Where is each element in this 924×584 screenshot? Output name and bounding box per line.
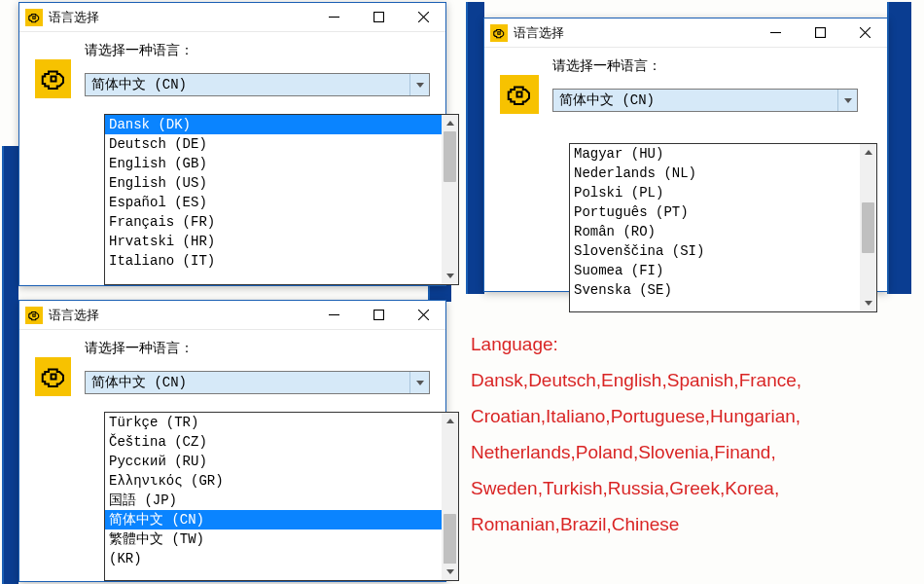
scrollbar[interactable] [442,413,458,580]
window-title: 语言选择 [49,9,99,26]
list-item[interactable]: Dansk (DK) [105,115,442,134]
list-item[interactable]: English (US) [105,173,442,193]
list-item[interactable]: Italiano (IT) [105,251,442,271]
language-caption: Language: Dansk,Deutsch,English,Spanish,… [471,326,908,542]
scrollbar[interactable] [860,144,876,311]
list-item[interactable]: Português (PT) [570,202,860,222]
list-item[interactable]: Slovenščina (SI) [570,241,860,261]
window-title: 语言选择 [49,307,99,324]
scroll-thumb[interactable] [444,514,456,565]
list-item[interactable]: Hrvatski (HR) [105,232,442,251]
desktop-background [2,146,18,584]
scrollbar[interactable] [442,115,458,284]
language-listbox[interactable]: Magyar (HU)Nederlands (NL)Polski (PL)Por… [569,143,877,312]
close-button[interactable] [401,3,445,32]
language-select-dialog-a: 语言选择 请选择一种语言： 简体中文 (CN) Dansk (DK)Deutsc… [18,2,446,286]
list-item[interactable]: 繁體中文 (TW) [105,529,442,549]
list-item[interactable]: Русский (RU) [105,452,442,471]
desktop-background [887,2,911,294]
panel: 请选择一种语言： 简体中文 (CN) [484,48,887,114]
engine-icon [25,307,43,324]
window-title: 语言选择 [514,24,564,42]
chevron-down-icon[interactable] [409,372,429,393]
close-button[interactable] [842,18,887,48]
prompt-label: 请选择一种语言： [85,340,430,357]
prompt-label: 请选择一种语言： [85,42,430,59]
list-item[interactable]: Español (ES) [105,193,442,212]
scroll-thumb[interactable] [862,202,874,253]
caption-line: Romanian,Brazil,Chinese [471,506,908,542]
engine-icon [500,75,539,114]
scroll-down-button[interactable] [442,564,458,580]
language-listbox[interactable]: Dansk (DK)Deutsch (DE)English (GB)Englis… [104,114,459,285]
caption-label: Language: [471,326,908,362]
engine-icon [25,9,43,26]
close-button[interactable] [401,301,445,330]
prompt-label: 请选择一种语言： [552,57,871,75]
minimize-button[interactable] [311,301,356,330]
engine-icon [490,24,508,42]
desktop-background [466,2,484,294]
titlebar[interactable]: 语言选择 [484,18,887,48]
combobox-value: 简体中文 (CN) [91,374,187,391]
svg-rect-5 [815,28,825,38]
language-combobox[interactable]: 简体中文 (CN) [85,73,430,96]
chevron-down-icon[interactable] [409,74,429,95]
language-listbox[interactable]: Türkçe (TR)Čeština (CZ)Русский (RU)Ελλην… [104,412,459,581]
combobox-value: 简体中文 (CN) [559,91,655,109]
panel: 请选择一种语言： 简体中文 (CN) [19,32,445,98]
caption-line: Sweden,Turkish,Russia,Greek,Korea, [471,470,908,506]
list-item[interactable]: (KR) [105,549,442,568]
maximize-button[interactable] [356,3,401,32]
list-item[interactable]: Magyar (HU) [570,144,860,164]
titlebar[interactable]: 语言选择 [19,301,445,330]
list-item[interactable]: English (GB) [105,154,442,173]
caption-line: Dansk,Deutsch,English,Spanish,France, [471,362,908,398]
scroll-down-button[interactable] [860,295,876,311]
minimize-button[interactable] [311,3,356,32]
panel: 请选择一种语言： 简体中文 (CN) [19,330,445,396]
titlebar[interactable]: 语言选择 [19,3,445,32]
list-item[interactable]: Français (FR) [105,212,442,232]
combobox-value: 简体中文 (CN) [91,76,187,93]
scroll-up-button[interactable] [442,115,458,131]
engine-icon [35,59,71,98]
list-item[interactable]: Svenska (SE) [570,280,860,300]
maximize-button[interactable] [356,301,401,330]
minimize-button[interactable] [753,18,798,48]
language-combobox[interactable]: 简体中文 (CN) [552,89,858,112]
chevron-down-icon[interactable] [837,90,857,111]
scroll-thumb[interactable] [444,131,456,182]
svg-rect-1 [373,13,383,22]
list-item[interactable]: Deutsch (DE) [105,134,442,154]
maximize-button[interactable] [798,18,842,48]
svg-rect-9 [373,310,383,320]
scroll-up-button[interactable] [442,413,458,429]
list-item[interactable]: Ελληνικός (GR) [105,471,442,491]
list-item[interactable]: Čeština (CZ) [105,432,442,452]
list-item[interactable]: Polski (PL) [570,183,860,202]
list-item[interactable]: Nederlands (NL) [570,164,860,183]
list-item[interactable]: Türkçe (TR) [105,413,442,432]
caption-line: Croatian,Italiano,Portuguese,Hungarian, [471,398,908,434]
list-item[interactable]: Român (RO) [570,222,860,241]
engine-icon [35,357,71,396]
list-item[interactable]: 简体中文 (CN) [105,510,442,529]
language-select-dialog-c: 语言选择 请选择一种语言： 简体中文 (CN) Türkçe (TR)Češti… [18,300,446,582]
language-select-dialog-b: 语言选择 请选择一种语言： 简体中文 (CN) Magyar (HU)Neder… [483,18,888,292]
caption-line: Netherlands,Poland,Slovenia,Finand, [471,434,908,470]
list-item[interactable]: Suomea (FI) [570,261,860,280]
language-combobox[interactable]: 简体中文 (CN) [85,371,430,394]
scroll-down-button[interactable] [442,268,458,284]
list-item[interactable]: 国語 (JP) [105,491,442,510]
scroll-up-button[interactable] [860,144,876,161]
